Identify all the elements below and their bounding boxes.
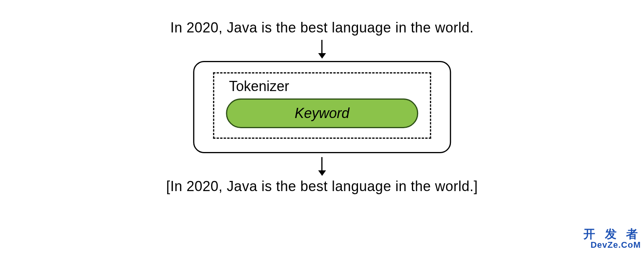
output-token: [In 2020, Java is the best language in t… (166, 178, 478, 195)
watermark: 开 发 者 DevZe.CoM (583, 228, 641, 249)
tokenizer-label: Tokenizer (229, 78, 418, 95)
watermark-line2: DevZe.CoM (583, 240, 641, 249)
analyzer-container: Tokenizer Keyword (193, 61, 451, 153)
watermark-line1: 开 发 者 (583, 228, 641, 240)
input-sentence: In 2020, Java is the best language in th… (170, 20, 474, 36)
keyword-analyzer-pill: Keyword (226, 98, 418, 128)
tokenizer-diagram: In 2020, Java is the best language in th… (166, 20, 478, 195)
arrow-down-icon (318, 40, 326, 59)
arrow-down-icon (318, 157, 326, 176)
tokenizer-box: Tokenizer Keyword (213, 72, 431, 139)
